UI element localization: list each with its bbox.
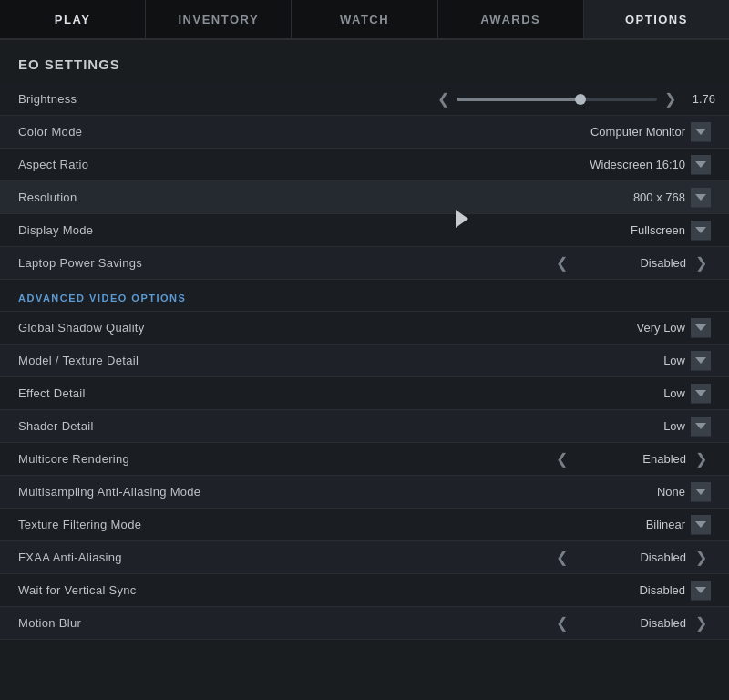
setting-row-multisampling: Multisampling Anti-Aliasing ModeNone — [0, 476, 729, 509]
setting-value-global-shadow: Very Low — [576, 321, 685, 335]
setting-row-shader-detail: Shader DetailLow — [0, 410, 729, 443]
setting-label-brightness: Brightness — [18, 92, 437, 106]
dropdown-arrow-display-mode[interactable] — [691, 221, 711, 241]
setting-row-motion-blur: Motion Blur❮Disabled❯ — [0, 607, 729, 640]
settings-list: Brightness❮❯1.76Color ModeComputer Monit… — [0, 83, 729, 700]
setting-label-shader-detail: Shader Detail — [18, 419, 437, 433]
setting-value-effect-detail: Low — [576, 386, 685, 400]
setting-row-texture-filtering: Texture Filtering ModeBilinear — [0, 509, 729, 541]
setting-row-model-texture: Model / Texture DetailLow — [0, 345, 729, 377]
dropdown-arrow-shader-detail[interactable] — [691, 417, 711, 437]
setting-value-fxaa: Disabled — [577, 551, 686, 564]
setting-label-color-mode: Color Mode — [18, 125, 437, 139]
setting-label-display-mode: Display Mode — [18, 223, 437, 237]
setting-control-laptop-power: ❮Disabled❯ — [437, 254, 711, 272]
nav-item-options[interactable]: OPTIONS — [584, 0, 729, 38]
chevron-left-fxaa[interactable]: ❮ — [552, 549, 571, 566]
setting-control-model-texture: Low — [437, 351, 711, 371]
nav-item-inventory[interactable]: INVENTORY — [146, 0, 292, 38]
setting-control-multicore: ❮Enabled❯ — [437, 450, 711, 468]
setting-value-multisampling: None — [576, 485, 685, 499]
nav-item-awards[interactable]: AWARDS — [438, 0, 584, 38]
setting-control-shader-detail: Low — [437, 417, 711, 437]
chevron-right-motion-blur[interactable]: ❯ — [692, 614, 711, 632]
advanced-video-header: ADVANCED VIDEO OPTIONS — [0, 280, 729, 312]
setting-value-texture-filtering: Bilinear — [576, 518, 685, 531]
dropdown-arrow-resolution[interactable] — [691, 188, 711, 208]
setting-control-motion-blur: ❮Disabled❯ — [437, 614, 711, 632]
dropdown-arrow-texture-filtering[interactable] — [691, 515, 711, 535]
setting-control-display-mode: Fullscreen — [437, 221, 711, 241]
dropdown-arrow-model-texture[interactable] — [691, 351, 711, 371]
dropdown-arrow-multisampling[interactable] — [691, 482, 711, 502]
setting-value-display-mode: Fullscreen — [576, 223, 685, 237]
setting-row-display-mode: Display ModeFullscreen — [0, 214, 729, 247]
setting-row-effect-detail: Effect DetailLow — [0, 377, 729, 410]
slider-right-brightness[interactable]: ❯ — [664, 90, 676, 108]
nav-item-watch[interactable]: WATCH — [292, 0, 437, 38]
setting-value-color-mode: Computer Monitor — [576, 125, 685, 139]
setting-row-multicore: Multicore Rendering❮Enabled❯ — [0, 443, 729, 476]
setting-label-global-shadow: Global Shadow Quality — [18, 321, 437, 335]
setting-label-texture-filtering: Texture Filtering Mode — [18, 518, 437, 531]
slider-fill-brightness — [457, 98, 580, 101]
setting-row-laptop-power: Laptop Power Savings❮Disabled❯ — [0, 247, 729, 280]
dropdown-arrow-vsync[interactable] — [691, 581, 711, 601]
setting-control-color-mode: Computer Monitor — [437, 122, 711, 142]
setting-row-resolution: Resolution800 x 768 — [0, 181, 729, 214]
setting-label-multisampling: Multisampling Anti-Aliasing Mode — [18, 485, 437, 499]
setting-value-vsync: Disabled — [576, 583, 685, 597]
setting-control-aspect-ratio: Widescreen 16:10 — [437, 155, 711, 175]
setting-control-multisampling: None — [437, 482, 711, 502]
chevron-right-laptop-power[interactable]: ❯ — [692, 254, 711, 272]
chevron-left-motion-blur[interactable]: ❮ — [552, 614, 571, 632]
slider-container-brightness: ❮❯1.76 — [437, 90, 715, 108]
setting-row-aspect-ratio: Aspect RatioWidescreen 16:10 — [0, 149, 729, 181]
setting-control-texture-filtering: Bilinear — [437, 515, 711, 535]
dropdown-arrow-effect-detail[interactable] — [691, 384, 711, 404]
page-content: EO SETTINGS Brightness❮❯1.76Color ModeCo… — [0, 40, 729, 700]
setting-control-resolution: 729 x 700 — [437, 188, 711, 208]
setting-row-global-shadow: Global Shadow QualityVery Low — [0, 312, 729, 345]
setting-control-brightness: ❮❯1.76 — [437, 90, 715, 108]
setting-label-fxaa: FXAA Anti-Aliasing — [18, 551, 437, 564]
setting-row-vsync: Wait for Vertical SyncDisabled — [0, 574, 729, 607]
setting-value-motion-blur: Disabled — [577, 616, 686, 630]
setting-label-laptop-power: Laptop Power Savings — [18, 256, 437, 270]
setting-value-multicore: Enabled — [577, 452, 686, 466]
setting-label-resolution: Resolution — [18, 190, 437, 204]
chevron-right-multicore[interactable]: ❯ — [692, 450, 711, 468]
setting-value-model-texture: Low — [576, 354, 685, 367]
setting-row-color-mode: Color ModeComputer Monitor — [0, 116, 729, 149]
dropdown-arrow-color-mode[interactable] — [691, 122, 711, 142]
setting-label-vsync: Wait for Vertical Sync — [18, 583, 437, 597]
slider-track-brightness[interactable] — [457, 98, 657, 101]
setting-control-fxaa: ❮Disabled❯ — [437, 549, 711, 566]
setting-value-laptop-power: Disabled — [577, 256, 686, 270]
setting-control-vsync: Disabled — [437, 581, 711, 601]
chevron-right-fxaa[interactable]: ❯ — [692, 549, 711, 566]
setting-label-model-texture: Model / Texture Detail — [18, 354, 437, 367]
section-title: EO SETTINGS — [0, 40, 729, 83]
setting-control-global-shadow: Very Low — [437, 318, 711, 338]
setting-label-effect-detail: Effect Detail — [18, 386, 437, 400]
setting-label-multicore: Multicore Rendering — [18, 452, 437, 466]
dropdown-arrow-global-shadow[interactable] — [691, 318, 711, 338]
setting-label-aspect-ratio: Aspect Ratio — [18, 158, 437, 171]
setting-value-aspect-ratio: Widescreen 16:10 — [576, 158, 685, 171]
chevron-left-laptop-power[interactable]: ❮ — [552, 254, 571, 272]
setting-control-effect-detail: Low — [437, 384, 711, 404]
setting-value-shader-detail: Low — [576, 419, 685, 433]
slider-thumb-brightness — [575, 94, 586, 105]
setting-row-fxaa: FXAA Anti-Aliasing❮Disabled❯ — [0, 541, 729, 574]
nav-item-play[interactable]: PLAY — [0, 0, 146, 38]
chevron-left-multicore[interactable]: ❮ — [552, 450, 571, 468]
top-navigation: PLAYINVENTORYWATCHAWARDSOPTIONS — [0, 0, 729, 40]
slider-left-brightness[interactable]: ❮ — [437, 90, 449, 108]
slider-value-brightness: 1.76 — [683, 92, 715, 106]
cursor-pointer — [456, 210, 468, 228]
setting-row-brightness: Brightness❮❯1.76 — [0, 83, 729, 116]
setting-value-resolution: 729 x 700 — [576, 190, 685, 204]
dropdown-arrow-aspect-ratio[interactable] — [691, 155, 711, 175]
setting-label-motion-blur: Motion Blur — [18, 616, 437, 630]
